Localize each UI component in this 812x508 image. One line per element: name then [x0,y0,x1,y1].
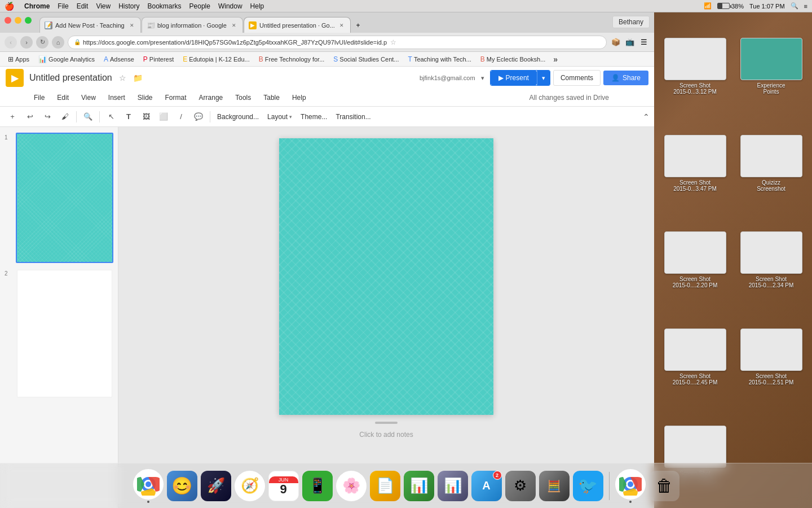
dock-photos[interactable]: 🌸 [336,471,367,501]
search-icon[interactable]: 🔍 [791,2,798,10]
desktop-icon-7[interactable]: Screen Shot2015-0....2.45 PM [657,309,733,406]
dock-facetime[interactable]: 📱 [302,471,333,501]
tab-1[interactable]: 📝 Add New Post · Teaching ✕ [39,17,141,33]
menu-icon[interactable]: ≡ [804,3,807,10]
dock-chrome[interactable] [133,469,164,503]
slide-thumbnail-2[interactable] [16,269,113,399]
bookmark-teaching[interactable]: T Teaching with Tech... [405,54,475,64]
bookmark-free-tech[interactable]: B Free Technology for... [255,54,328,64]
slide-canvas[interactable] [279,138,493,415]
dock-numbers[interactable]: 📊 [404,471,434,501]
zoom-button[interactable]: 🔍 [80,109,96,125]
desktop-icon-1[interactable]: Screen Shot2015-0...3.12 PM [657,18,733,115]
chrome-menu[interactable]: Chrome [24,2,50,10]
undo-button[interactable]: ↩ [22,109,38,125]
minimize-button[interactable] [15,17,21,24]
bookmark-star[interactable]: ☆ [390,38,396,46]
window-menu[interactable]: Window [218,2,242,10]
help-menu[interactable]: Help [250,2,264,10]
notes-placeholder[interactable]: Click to add notes [268,426,505,443]
people-menu[interactable]: People [189,2,210,10]
redo-button[interactable]: ↪ [39,109,55,125]
image-tool[interactable]: 🖼 [138,109,154,125]
app-table-menu[interactable]: Table [258,91,285,104]
back-button[interactable]: ‹ [5,36,17,49]
app-edit-menu[interactable]: Edit [51,91,74,104]
app-slide-menu[interactable]: Slide [132,91,158,104]
tab-2[interactable]: 📰 blog information · Google ✕ [142,17,243,33]
present-dropdown-button[interactable]: ▾ [537,71,550,85]
app-view-menu[interactable]: View [76,91,102,104]
app-file-menu[interactable]: File [28,91,50,104]
background-button[interactable]: Background... [214,111,262,122]
theme-button[interactable]: Theme... [297,111,330,122]
file-menu[interactable]: File [58,2,68,10]
dock-safari[interactable]: 🧭 [235,471,265,501]
app-help-menu[interactable]: Help [286,91,312,104]
add-slide-button[interactable]: + [5,109,20,125]
bookmark-social-studies[interactable]: S Social Studies Cent... [330,54,402,64]
dock-twitter[interactable]: 🐦 [573,471,603,501]
text-tool[interactable]: T [121,109,136,125]
tab-3[interactable]: ▶ Untitled presentation · Go... ✕ [244,17,351,33]
extensions-icon[interactable]: 📦 [610,37,621,48]
share-button[interactable]: 👤 Share [603,71,648,85]
comment-tool[interactable]: 💬 [191,109,206,125]
forward-button[interactable]: › [20,36,33,49]
dock-calendar[interactable]: JUN 9 [268,471,299,501]
dock-pages[interactable]: 📄 [370,471,400,501]
app-arrange-menu[interactable]: Arrange [193,91,229,104]
bookmark-bookshelf[interactable]: B My Eclectic Booksh... [477,54,549,64]
desktop-icon-3[interactable]: Screen Shot2015-0...3.47 PM [657,115,733,212]
bookmark-apps[interactable]: ⊞ Apps [5,54,33,64]
app-format-menu[interactable]: Format [160,91,192,104]
account-dropdown-icon[interactable]: ▾ [481,75,484,82]
present-button[interactable]: ▶ Present [491,71,537,85]
slide-thumbnail-1[interactable] [16,133,113,263]
dock-chrome2[interactable] [615,469,646,503]
bookmark-list-icon[interactable]: ☰ [638,37,650,48]
presentation-title[interactable]: Untitled presentation [29,73,112,83]
edit-menu[interactable]: Edit [77,2,89,10]
bookmark-analytics[interactable]: 📊 Google Analytics [35,54,98,64]
desktop-icon-2[interactable]: ExperiencePoints [733,18,809,115]
star-icon[interactable]: ☆ [119,73,126,82]
bookmarks-more[interactable]: » [551,55,560,64]
desktop-icon-6[interactable]: Screen Shot2015-0....2.34 PM [733,212,809,309]
select-tool[interactable]: ↖ [103,109,119,125]
home-button[interactable]: ⌂ [52,36,64,49]
bookmark-pinterest[interactable]: P Pinterest [140,54,177,64]
tab-2-close[interactable]: ✕ [230,21,238,29]
bookmarks-menu[interactable]: Bookmarks [148,2,182,10]
layout-button[interactable]: Layout ▾ [264,111,295,122]
dock-sysprefs[interactable]: ⚙ [505,471,536,501]
apple-menu[interactable]: 🍎 [5,2,14,11]
comments-button[interactable]: Comments [553,70,601,86]
desktop-icon-4[interactable]: QuizizzScreenshot [733,115,809,212]
app-insert-menu[interactable]: Insert [103,91,131,104]
slide-thumb-2[interactable]: 2 [5,269,113,399]
history-menu[interactable]: History [118,2,139,10]
desktop-icon-8[interactable]: Screen Shot2015-0....2.51 PM [733,309,809,406]
view-menu[interactable]: View [96,2,111,10]
app-tools-menu[interactable]: Tools [230,91,257,104]
cast-icon[interactable]: 📺 [624,37,636,48]
bookmark-adsense[interactable]: A Adsense [100,54,138,64]
format-paint-button[interactable]: 🖌 [57,109,73,125]
bookmark-edutopia[interactable]: E Edutopia | K-12 Edu... [179,54,253,64]
dock-finder[interactable]: 😊 [167,471,197,501]
close-button[interactable] [5,17,11,24]
dock-calculator[interactable]: 🧮 [539,471,570,501]
folder-icon[interactable]: 📁 [133,73,143,82]
user-button[interactable]: Bethany [612,16,650,28]
reload-button[interactable]: ↻ [36,36,48,49]
maximize-button[interactable] [25,17,32,24]
dock-appstore[interactable]: A 2 [471,471,502,501]
line-tool[interactable]: / [173,109,189,125]
new-tab-button[interactable]: + [352,18,364,33]
shape-tool[interactable]: ⬜ [156,109,171,125]
dock-trash[interactable]: 🗑 [649,471,679,501]
slide-thumb-1[interactable]: 1 [5,133,113,263]
notes-resize-handle[interactable] [375,422,398,424]
tab-3-close[interactable]: ✕ [338,21,346,29]
